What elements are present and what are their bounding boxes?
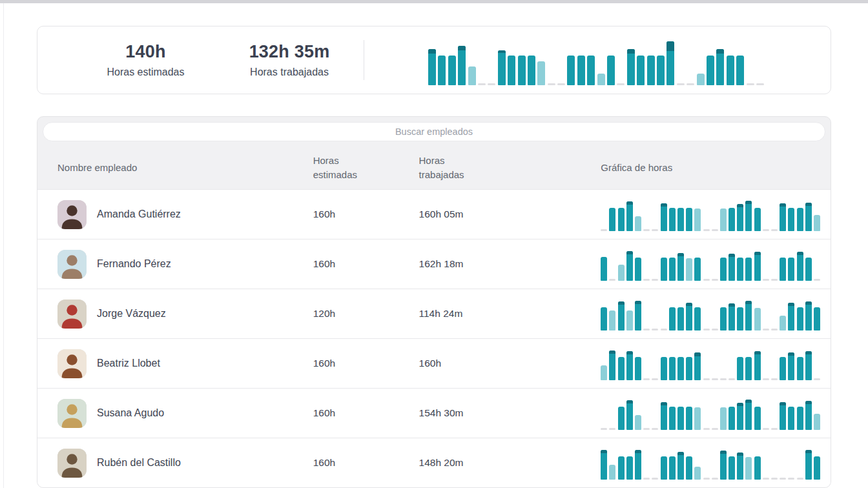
overtime-cap: [737, 452, 743, 455]
overtime-cap: [666, 41, 674, 51]
worked-day-bar: [508, 56, 515, 85]
worked-day-bar: [677, 307, 684, 330]
employee-row[interactable]: Jorge Vázquez 120h 114h 24m: [37, 289, 831, 338]
overtime-day-bar: [737, 452, 743, 480]
employee-hours-bar-chart: [601, 198, 820, 231]
employee-row[interactable]: Beatriz Llobet 160h 160h: [37, 338, 831, 388]
worked-day-bar: [788, 407, 794, 430]
overtime-cap: [661, 402, 667, 405]
no-work-dash: [643, 329, 650, 330]
no-work-dash: [712, 279, 718, 281]
overtime-cap: [780, 203, 786, 206]
employee-worked-hours: 154h 30m: [419, 407, 601, 419]
worked-day-bar: [727, 56, 734, 85]
worked-day-bar: [686, 407, 692, 430]
overtime-day-bar: [805, 351, 812, 380]
employee-avatar: [57, 449, 87, 478]
no-work-dash: [771, 279, 778, 281]
no-work-dash: [763, 378, 769, 380]
overtime-cap: [677, 452, 684, 454]
no-work-dash: [712, 428, 718, 430]
worked-day-bar: [618, 357, 625, 380]
overtime-cap: [745, 400, 752, 403]
employee-avatar: [57, 349, 87, 378]
overtime-cap: [737, 204, 743, 207]
worked-day-bar: [707, 56, 714, 85]
partial-day-bar: [601, 365, 607, 380]
worked-day-bar: [669, 357, 676, 380]
overtime-cap: [805, 301, 812, 305]
partial-day-bar: [626, 310, 633, 330]
worked-day-bar: [728, 208, 735, 231]
overtime-day-bar: [720, 451, 727, 480]
overtime-day-bar: [661, 402, 667, 430]
estimated-hours-value: 140h: [76, 42, 215, 62]
no-work-dash: [703, 279, 710, 281]
worked-day-bar: [797, 208, 803, 231]
no-work-dash: [788, 478, 794, 480]
employee-hours-bar-chart: [601, 446, 820, 480]
overtime-cap: [498, 50, 506, 54]
hours-summary-card: 140h Horas estimadas 132h 35m Horas trab…: [37, 26, 831, 94]
summary-hours-bar-chart: [428, 41, 764, 85]
employee-name: Amanda Gutiérrez: [97, 208, 181, 220]
employee-name: Beatriz Llobet: [97, 358, 160, 369]
overtime-cap: [626, 400, 633, 403]
worked-hours-value: 132h 35m: [215, 42, 364, 62]
overtime-cap: [754, 351, 761, 354]
partial-day-bar: [618, 265, 625, 281]
worked-day-bar: [780, 258, 786, 281]
overtime-cap: [788, 352, 794, 355]
overtime-day-bar: [728, 303, 735, 330]
no-work-dash: [763, 428, 769, 430]
worked-day-bar: [797, 307, 803, 330]
overtime-cap: [780, 402, 786, 405]
employee-row[interactable]: Susana Agudo 160h 154h 30m: [37, 388, 831, 438]
search-input[interactable]: [43, 122, 825, 141]
worked-day-bar: [669, 208, 676, 231]
partial-day-bar: [694, 208, 701, 231]
overtime-day-bar: [686, 303, 692, 330]
overtime-day-bar: [458, 46, 466, 85]
partial-day-bar: [697, 74, 705, 85]
worked-day-bar: [736, 56, 744, 85]
worked-day-bar: [728, 456, 735, 480]
partial-day-bar: [814, 215, 820, 231]
worked-day-bar: [637, 56, 645, 85]
worked-day-bar: [618, 208, 625, 231]
no-work-dash: [652, 229, 658, 231]
no-work-dash: [609, 279, 615, 281]
column-header-name: Nombre empleado: [57, 161, 313, 176]
no-work-dash: [677, 83, 685, 85]
estimated-hours-stat: 140h Horas estimadas: [76, 42, 215, 78]
partial-day-bar: [780, 316, 786, 330]
worked-day-bar: [780, 357, 786, 380]
no-work-dash: [643, 229, 650, 231]
employee-estimated-hours: 160h: [313, 358, 419, 369]
worked-day-bar: [686, 456, 692, 480]
employee-name-cell: Fernando Pérez: [57, 250, 313, 279]
employee-avatar: [57, 250, 87, 279]
employee-avatar: [57, 200, 87, 229]
no-work-dash: [712, 329, 718, 330]
no-work-dash: [488, 83, 495, 85]
no-work-dash: [652, 378, 658, 380]
worked-day-bar: [737, 307, 743, 330]
partial-day-bar: [694, 407, 701, 430]
employee-row[interactable]: Rubén del Castillo 160h 148h 20m: [37, 438, 831, 487]
worked-day-bar: [607, 56, 615, 85]
partial-day-bar: [814, 414, 820, 430]
overtime-day-bar: [626, 201, 633, 231]
partial-day-bar: [720, 208, 727, 231]
partial-day-bar: [609, 465, 615, 480]
employee-row[interactable]: Amanda Gutiérrez 160h 160h 05m: [37, 189, 831, 239]
overtime-day-bar: [754, 252, 761, 281]
avatar-person-icon: [57, 300, 87, 329]
employee-estimated-hours: 160h: [313, 258, 419, 270]
no-work-dash: [712, 478, 718, 480]
employee-row[interactable]: Fernando Pérez 160h 162h 18m: [37, 239, 831, 289]
overtime-day-bar: [805, 450, 812, 480]
overtime-cap: [627, 49, 635, 54]
worked-day-bar: [737, 357, 743, 380]
employee-name: Rubén del Castillo: [97, 457, 181, 469]
